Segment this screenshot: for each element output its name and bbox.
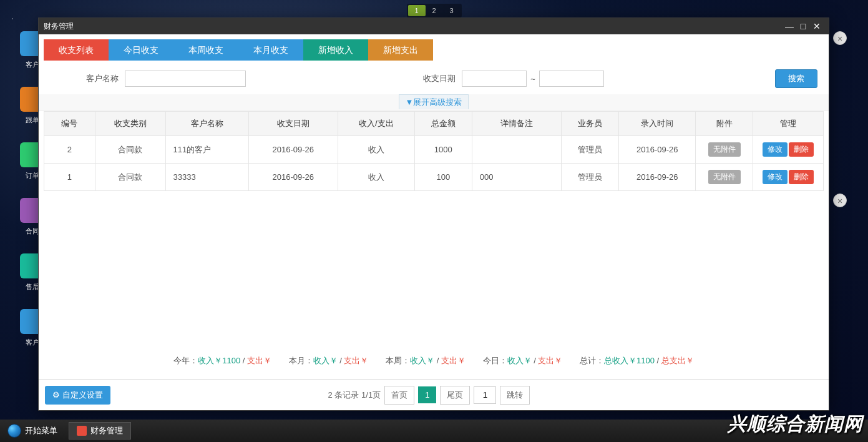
custom-settings-button[interactable]: ⚙ 自定义设置 (45, 386, 110, 405)
tab-week[interactable]: 本周收支 (173, 39, 238, 61)
table-row: 1合同款333332016-09-26收入100000管理员2016-09-26… (44, 164, 824, 191)
delete-button[interactable]: 删除 (789, 170, 814, 184)
date-label: 收支日期 (417, 73, 462, 84)
tab-list[interactable]: 收支列表 (44, 39, 109, 61)
tab-add-income[interactable]: 新增收入 (303, 39, 368, 61)
no-attachment-badge: 无附件 (708, 170, 741, 184)
edit-button[interactable]: 修改 (763, 142, 788, 157)
finance-window: 财务管理 — □ ✕ 收支列表 今日收支 本周收支 本月收支 新增收入 新增支出… (38, 17, 829, 411)
filter-bar: 客户名称 收支日期 ~ 搜索 (39, 61, 829, 94)
page-info: 2 条记录 1/1页 (328, 390, 381, 401)
customer-label: 客户名称 (50, 73, 125, 84)
close-bubble-1[interactable]: × (833, 31, 847, 45)
taskbar-item-finance[interactable]: 财务管理 (69, 422, 131, 440)
start-menu-button[interactable]: 开始菜单 (0, 420, 65, 442)
close-bubble-2[interactable]: × (833, 194, 847, 207)
page-last[interactable]: 尾页 (440, 386, 470, 405)
titlebar: 财务管理 — □ ✕ (39, 18, 829, 34)
finance-table: 编号 收支类别 客户名称 收支日期 收入/支出 总金额 详情备注 业务员 录入时… (44, 111, 824, 191)
tab-today[interactable]: 今日收支 (109, 39, 173, 61)
date-from-input[interactable] (462, 71, 527, 87)
main-tabs: 收支列表 今日收支 本周收支 本月收支 新增收入 新增支出 (39, 34, 829, 61)
maximize-button[interactable]: □ (796, 21, 810, 31)
page-current[interactable]: 1 (418, 386, 436, 403)
no-attachment-badge: 无附件 (708, 142, 741, 157)
customer-input[interactable] (125, 71, 246, 87)
watermark: 兴顺综合新闻网 (728, 411, 863, 437)
page-goto-button[interactable]: 跳转 (500, 386, 530, 405)
table-row: 2合同款111的客户2016-09-26收入1000管理员2016-09-26无… (44, 136, 824, 164)
tilde: ~ (527, 74, 539, 84)
summary-bar: 今年：收入￥1100 / 支出￥ 本月：收入￥ / 支出￥ 本周：收入￥ / 支… (44, 349, 824, 373)
tab-add-expense[interactable]: 新增支出 (368, 39, 433, 61)
pager-1[interactable]: 1 (408, 5, 426, 16)
taskbar-app-icon (77, 426, 87, 436)
page-first[interactable]: 首页 (384, 386, 414, 405)
edit-button[interactable]: 修改 (763, 170, 788, 184)
advanced-search-toggle[interactable]: ▼展开高级搜索 (39, 94, 829, 111)
desktop-pager: 1 2 3 (407, 4, 462, 17)
search-button[interactable]: 搜索 (775, 69, 817, 88)
window-title: 财务管理 (44, 21, 74, 32)
window-bottom-bar: ⚙ 自定义设置 2 条记录 1/1页 首页 1 尾页 跳转 (39, 379, 829, 410)
table-header-row: 编号 收支类别 客户名称 收支日期 收入/支出 总金额 详情备注 业务员 录入时… (44, 112, 824, 136)
pager-2[interactable]: 2 (426, 5, 443, 16)
minimize-button[interactable]: — (783, 21, 796, 31)
delete-button[interactable]: 删除 (789, 142, 814, 157)
pager-3[interactable]: 3 (443, 5, 461, 16)
gear-icon: ⚙ (52, 390, 60, 400)
pagination: 2 条记录 1/1页 首页 1 尾页 跳转 (328, 386, 530, 405)
windows-orb-icon (7, 424, 21, 438)
date-to-input[interactable] (539, 71, 604, 87)
tab-month[interactable]: 本月收支 (238, 39, 303, 61)
close-button[interactable]: ✕ (810, 21, 824, 31)
page-goto-input[interactable] (474, 386, 496, 404)
